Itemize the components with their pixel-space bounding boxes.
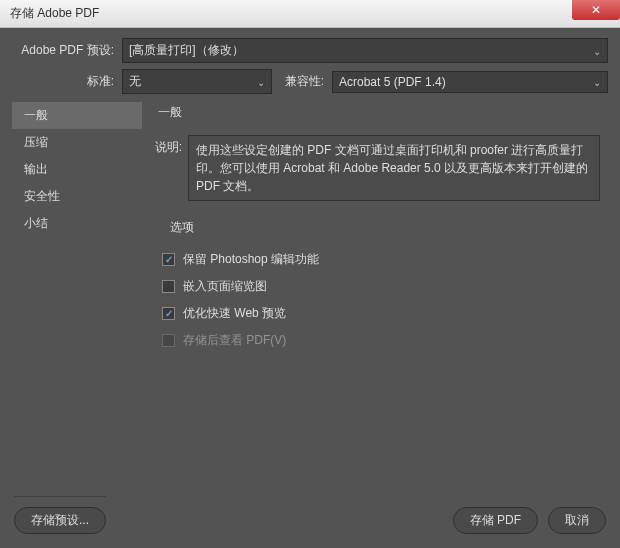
checkbox-icon — [162, 334, 175, 347]
close-icon: ✕ — [591, 3, 601, 17]
standard-value: 无 — [129, 74, 141, 88]
option-preserve-editing[interactable]: 保留 Photoshop 编辑功能 — [158, 246, 608, 273]
description-textarea[interactable]: 使用这些设定创建的 PDF 文档可通过桌面打印机和 proofer 进行高质量打… — [188, 135, 600, 201]
checkbox-icon — [162, 253, 175, 266]
option-optimize-web[interactable]: 优化快速 Web 预览 — [158, 300, 608, 327]
compat-label: 兼容性: — [272, 73, 332, 90]
dialog-footer: 存储预设... 存储 PDF 取消 — [0, 486, 620, 548]
sidebar-item-general[interactable]: 一般 — [12, 102, 142, 129]
standard-label: 标准: — [12, 73, 122, 90]
cancel-button[interactable]: 取消 — [548, 507, 606, 534]
chevron-down-icon: ⌄ — [593, 76, 601, 87]
option-label: 保留 Photoshop 编辑功能 — [183, 251, 319, 268]
panel-title: 一般 — [152, 104, 608, 121]
sidebar-item-summary[interactable]: 小结 — [12, 210, 142, 237]
chevron-down-icon: ⌄ — [593, 45, 601, 56]
preset-select[interactable]: [高质量打印]（修改） ⌄ — [122, 38, 608, 63]
window-title: 存储 Adobe PDF — [10, 5, 99, 22]
preset-value: [高质量打印]（修改） — [129, 43, 244, 57]
save-preset-button[interactable]: 存储预设... — [14, 507, 106, 534]
checkbox-icon — [162, 307, 175, 320]
compat-value: Acrobat 5 (PDF 1.4) — [339, 75, 446, 89]
options-label: 选项 — [166, 217, 608, 238]
standard-select[interactable]: 无 ⌄ — [122, 69, 272, 94]
option-label: 优化快速 Web 预览 — [183, 305, 286, 322]
sidebar: 一般 压缩 输出 安全性 小结 — [12, 102, 142, 492]
panel-general: 一般 说明: 使用这些设定创建的 PDF 文档可通过桌面打印机和 proofer… — [142, 102, 608, 492]
main-area: 一般 压缩 输出 安全性 小结 一般 说明: 使用这些设定创建的 PDF 文档可… — [12, 102, 608, 492]
sidebar-item-output[interactable]: 输出 — [12, 156, 142, 183]
close-button[interactable]: ✕ — [572, 0, 620, 20]
title-bar: 存储 Adobe PDF ✕ — [0, 0, 620, 28]
checkbox-icon — [162, 280, 175, 293]
option-embed-thumbnail[interactable]: 嵌入页面缩览图 — [158, 273, 608, 300]
chevron-down-icon: ⌄ — [257, 76, 265, 87]
footer-divider — [14, 496, 106, 497]
option-label: 嵌入页面缩览图 — [183, 278, 267, 295]
description-label: 说明: — [152, 135, 188, 201]
preset-label: Adobe PDF 预设: — [12, 42, 122, 59]
save-pdf-button[interactable]: 存储 PDF — [453, 507, 538, 534]
compat-select[interactable]: Acrobat 5 (PDF 1.4) ⌄ — [332, 71, 608, 93]
options-group: 选项 保留 Photoshop 编辑功能 嵌入页面缩览图 优化快速 Web 预览… — [158, 217, 608, 354]
option-label: 存储后查看 PDF(V) — [183, 332, 286, 349]
dialog-content: Adobe PDF 预设: [高质量打印]（修改） ⌄ 标准: 无 ⌄ 兼容性:… — [0, 28, 620, 492]
sidebar-item-compression[interactable]: 压缩 — [12, 129, 142, 156]
option-view-after-save: 存储后查看 PDF(V) — [158, 327, 608, 354]
sidebar-item-security[interactable]: 安全性 — [12, 183, 142, 210]
